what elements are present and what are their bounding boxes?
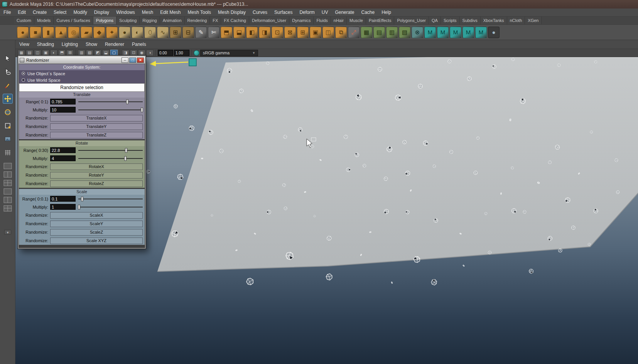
randomize-rotatey-button[interactable]: RotateY — [50, 172, 143, 179]
rock-mesh[interactable] — [430, 276, 438, 286]
rock-mesh[interactable] — [186, 124, 196, 133]
panel-menu-lighting[interactable]: Lighting — [58, 42, 82, 47]
shelf-tab-scripts[interactable]: Scripts — [441, 17, 460, 24]
toolbox-more-dropdown[interactable]: ▾ — [4, 230, 11, 234]
slider-handle[interactable] — [124, 156, 127, 161]
shelf-tab-nhair[interactable]: nHair — [331, 17, 347, 24]
exposure-field[interactable] — [158, 50, 173, 56]
rock-mesh[interactable] — [208, 213, 215, 217]
minimize-button[interactable]: ─ — [122, 57, 128, 63]
rock-mesh[interactable] — [245, 277, 256, 286]
shelf-tab-models[interactable]: Models — [34, 17, 54, 24]
menu-edit-mesh[interactable]: Edit Mesh — [157, 8, 184, 17]
rock-mesh[interactable] — [282, 204, 290, 212]
select-tool[interactable] — [3, 53, 13, 63]
pebble[interactable] — [578, 173, 580, 175]
slider-handle[interactable] — [78, 205, 80, 209]
pebble[interactable] — [510, 119, 511, 121]
rock-mesh[interactable] — [325, 234, 334, 242]
image-plane-icon[interactable]: ◐ — [50, 50, 57, 56]
shelf-tab-fluids[interactable]: Fluids — [314, 17, 331, 24]
grid-snap-tool[interactable] — [3, 148, 13, 158]
radio-dot-icon[interactable] — [22, 78, 25, 82]
rock-mesh[interactable] — [381, 207, 391, 217]
rock-mesh[interactable] — [588, 128, 594, 136]
pebble[interactable] — [369, 231, 371, 233]
mash-repro-icon[interactable]: M — [462, 27, 474, 38]
translate-range-input[interactable] — [50, 99, 76, 104]
rock-mesh[interactable] — [280, 182, 288, 188]
rotate-range-input[interactable] — [50, 147, 76, 153]
rock-mesh[interactable] — [422, 139, 431, 148]
rock-mesh[interactable] — [352, 150, 361, 159]
textured-icon[interactable]: ◩ — [94, 50, 101, 56]
poly-platonic-icon[interactable]: ✦ — [106, 27, 118, 38]
mash-world-icon[interactable]: M — [475, 27, 487, 38]
menu-curves[interactable]: Curves — [249, 8, 271, 17]
slider-handle[interactable] — [126, 99, 128, 104]
rock-mesh[interactable] — [510, 207, 520, 216]
shelf-tab-ncloth[interactable]: nCloth — [507, 17, 525, 24]
render-sphere-icon[interactable]: ● — [488, 27, 500, 38]
rock-mesh[interactable] — [324, 272, 334, 284]
menu-mesh-display[interactable]: Mesh Display — [214, 8, 249, 17]
randomize-scaley-button[interactable]: ScaleY — [50, 221, 143, 227]
menu-select[interactable]: Select — [50, 8, 70, 17]
translate-multiply-input[interactable] — [50, 107, 76, 113]
rock-mesh[interactable] — [448, 148, 454, 156]
move-tool[interactable] — [3, 94, 13, 104]
rock-mesh[interactable] — [297, 126, 304, 135]
rotate-tool[interactable] — [3, 107, 13, 117]
pebble[interactable] — [500, 193, 502, 195]
rock-mesh[interactable] — [206, 127, 215, 136]
rock-mesh[interactable] — [586, 241, 593, 248]
rock-mesh[interactable] — [385, 144, 394, 153]
pebble[interactable] — [410, 189, 412, 192]
menu-modify[interactable]: Modify — [70, 8, 90, 17]
lasso-tool[interactable] — [3, 67, 13, 77]
create-polygon-tool-icon[interactable]: ✎ — [195, 27, 207, 38]
four-pane-layout[interactable] — [3, 188, 12, 195]
menu-windows[interactable]: Windows — [113, 8, 138, 17]
rock-mesh[interactable] — [309, 142, 316, 150]
cube-smooth-icon[interactable]: ⊟ — [182, 27, 194, 38]
rock-mesh[interactable] — [226, 67, 233, 75]
rock-mesh[interactable] — [545, 234, 554, 244]
uv-grid3-icon[interactable]: ▥ — [386, 27, 398, 38]
sphere-project-icon[interactable]: ● — [119, 27, 130, 38]
poly-plane-icon[interactable]: ▰ — [81, 27, 92, 38]
menu-mesh[interactable]: Mesh — [138, 8, 157, 17]
rock-mesh[interactable] — [175, 172, 187, 183]
last-tool-used[interactable] — [3, 134, 13, 144]
pebble[interactable] — [319, 159, 322, 161]
scale-range-slider[interactable] — [78, 196, 143, 202]
panel-menu-view[interactable]: View — [15, 42, 33, 47]
shelf-tab-sculpting[interactable]: Sculpting — [116, 17, 140, 24]
menu-mesh-tools[interactable]: Mesh Tools — [184, 8, 214, 17]
two-pane-side-layout[interactable] — [3, 171, 12, 178]
contrast-icon[interactable]: ◑ — [146, 50, 154, 56]
extrude-icon[interactable]: ⧉ — [335, 27, 347, 38]
shelf-menu-icon[interactable]: ☰ — [4, 2, 10, 7]
rotate-range-slider[interactable] — [78, 148, 143, 153]
cube-grid-icon[interactable]: ⊞ — [170, 27, 181, 38]
poly-sphere-icon[interactable]: ● — [17, 27, 29, 38]
uv-grid4-icon[interactable]: ▧ — [399, 27, 410, 38]
two-d-pan-zoom-icon[interactable]: ⬒ — [58, 50, 66, 56]
camera-attributes-icon[interactable]: ◫ — [34, 50, 41, 56]
rock-mesh[interactable] — [482, 211, 489, 216]
scale-multiply-slider[interactable] — [78, 204, 143, 210]
shelf-tab-xgen[interactable]: XGen — [525, 17, 542, 24]
panel-menu-renderer[interactable]: Renderer — [101, 42, 128, 47]
rock-mesh[interactable] — [401, 138, 409, 145]
rock-mesh[interactable] — [614, 156, 619, 163]
shelf-tab-rendering[interactable]: Rendering — [185, 17, 210, 24]
rock-mesh[interactable] — [432, 216, 440, 224]
reduce-icon[interactable]: ⊠ — [284, 27, 296, 38]
radio-dot-icon[interactable] — [22, 72, 25, 75]
shelf-tab-animation[interactable]: Animation — [160, 17, 185, 24]
rock-mesh[interactable] — [265, 209, 272, 215]
mash-waiter-icon[interactable]: M — [424, 27, 436, 38]
shelf-tab-painteffects[interactable]: PaintEffects — [366, 17, 395, 24]
shelf-tab-curves-surfaces[interactable]: Curves / Surfaces — [54, 17, 93, 24]
